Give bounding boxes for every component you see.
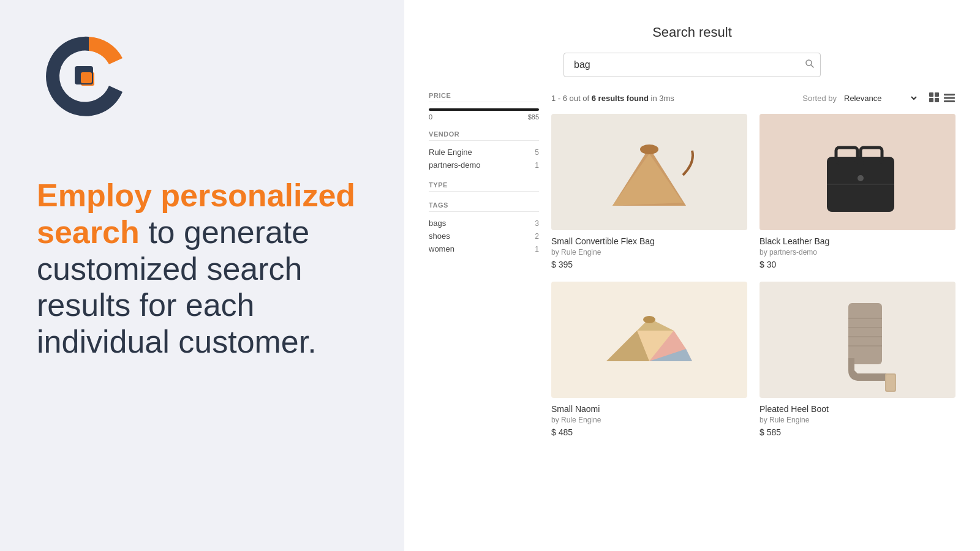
brand-logo [37, 24, 141, 129]
svg-point-14 [640, 144, 658, 154]
tag-filter-item-bags[interactable]: bags 3 [429, 217, 539, 230]
vendor-name-0: Rule Engine [429, 148, 472, 157]
svg-rect-6 [935, 92, 939, 97]
type-filter-label: TYPE [429, 181, 539, 192]
product-price-3: $ 585 [760, 427, 956, 437]
product-vendor-1: by partners-demo [760, 248, 956, 257]
price-slider-track[interactable] [429, 108, 539, 111]
product-price-2: $ 485 [551, 427, 747, 437]
product-image-svg-2 [551, 282, 747, 398]
tag-name-0: bags [429, 219, 446, 228]
right-panel: Search result PRICE 0 $85 [404, 0, 980, 551]
svg-rect-9 [944, 94, 955, 96]
products-grid: Small Convertible Flex Bag by Rule Engin… [551, 114, 956, 437]
logo-area [37, 24, 368, 129]
product-card-3[interactable]: Pleated Heel Boot by Rule Engine $ 585 [760, 282, 956, 437]
view-icons [929, 92, 956, 104]
main-content: PRICE 0 $85 VENDOR Rule Engine 5 partner… [429, 92, 956, 539]
tag-count-2: 1 [535, 245, 539, 253]
product-image-1 [760, 114, 956, 230]
vendor-count-0: 5 [535, 148, 539, 157]
price-labels: 0 $85 [429, 113, 539, 121]
results-time: in 3ms [651, 94, 674, 103]
tagline-search-highlight: search [37, 214, 140, 250]
product-price-1: $ 30 [760, 260, 956, 269]
results-info: 1 - 6 out of 6 results found in 3ms [551, 94, 674, 103]
tagline: Employ personalized search to generatecu… [37, 178, 368, 361]
filters-sidebar: PRICE 0 $85 VENDOR Rule Engine 5 partner… [429, 92, 539, 539]
price-filter-label: PRICE [429, 92, 539, 102]
price-range[interactable]: 0 $85 [429, 108, 539, 121]
left-panel: Employ personalized search to generatecu… [0, 0, 404, 551]
tag-name-1: shoes [429, 231, 450, 241]
tags-filter-label: TAGS [429, 201, 539, 212]
product-name-1: Black Leather Bag [760, 236, 956, 246]
grid-view-icon[interactable] [929, 92, 941, 104]
svg-rect-11 [944, 100, 955, 102]
sort-controls: Sorted by Relevance Price: Low to High P… [802, 92, 956, 104]
product-vendor-0: by Rule Engine [551, 248, 747, 257]
product-image-svg-1 [760, 114, 956, 230]
tags-filter-section: TAGS bags 3 shoes 2 women 1 [429, 201, 539, 255]
price-min: 0 [429, 113, 432, 121]
search-bar-container [564, 53, 821, 77]
svg-rect-21 [848, 303, 882, 364]
vendor-filter-item-partners-demo[interactable]: partners-demo 1 [429, 159, 539, 171]
vendor-count-1: 1 [535, 161, 539, 170]
results-range: 1 - 6 out of [551, 94, 592, 103]
product-card-1[interactable]: Black Leather Bag by partners-demo $ 30 [760, 114, 956, 269]
tag-count-0: 3 [535, 219, 539, 228]
vendor-filter-item-rule-engine[interactable]: Rule Engine 5 [429, 146, 539, 159]
tag-name-2: women [429, 244, 454, 253]
page-title: Search result [429, 24, 956, 40]
type-filter-section: TYPE [429, 181, 539, 192]
svg-point-20 [643, 316, 655, 323]
price-max: $85 [528, 113, 539, 121]
search-icon [805, 59, 815, 69]
product-image-0 [551, 114, 747, 230]
svg-point-19 [858, 175, 864, 181]
vendor-filter-label: VENDOR [429, 130, 539, 141]
product-image-3 [760, 282, 956, 398]
vendor-name-1: partners-demo [429, 160, 481, 170]
svg-rect-7 [929, 98, 933, 102]
product-name-2: Small Naomi [551, 404, 747, 414]
svg-rect-2 [81, 72, 92, 83]
search-submit-button[interactable] [805, 59, 815, 71]
sort-label: Sorted by [802, 94, 837, 103]
vendor-filter-section: VENDOR Rule Engine 5 partners-demo 1 [429, 130, 539, 171]
product-name-0: Small Convertible Flex Bag [551, 236, 747, 246]
svg-marker-13 [612, 154, 683, 206]
tag-filter-item-women[interactable]: women 1 [429, 242, 539, 255]
svg-rect-5 [929, 92, 933, 97]
tag-count-1: 2 [535, 232, 539, 241]
svg-rect-8 [935, 98, 939, 102]
product-price-0: $ 395 [551, 260, 747, 269]
product-card-0[interactable]: Small Convertible Flex Bag by Rule Engin… [551, 114, 747, 269]
product-card-2[interactable]: Small Naomi by Rule Engine $ 485 [551, 282, 747, 437]
svg-rect-10 [944, 97, 955, 99]
product-vendor-2: by Rule Engine [551, 416, 747, 424]
product-image-svg-0 [551, 114, 747, 230]
products-header: 1 - 6 out of 6 results found in 3ms Sort… [551, 92, 956, 104]
products-area: 1 - 6 out of 6 results found in 3ms Sort… [551, 92, 956, 539]
search-bar-row [429, 53, 956, 77]
tag-filter-item-shoes[interactable]: shoes 2 [429, 230, 539, 242]
product-image-svg-3 [760, 282, 956, 398]
svg-line-4 [811, 65, 813, 67]
list-view-icon[interactable] [943, 92, 956, 104]
results-count: 6 results found [592, 94, 649, 103]
product-vendor-3: by Rule Engine [760, 416, 956, 424]
price-filter-section: PRICE 0 $85 [429, 92, 539, 121]
tagline-highlight: Employ personalized [37, 178, 355, 213]
search-input[interactable] [564, 53, 821, 77]
sort-select[interactable]: Relevance Price: Low to High Price: High… [842, 93, 919, 103]
product-name-3: Pleated Heel Boot [760, 404, 956, 414]
product-image-2 [551, 282, 747, 398]
svg-rect-23 [886, 375, 895, 391]
